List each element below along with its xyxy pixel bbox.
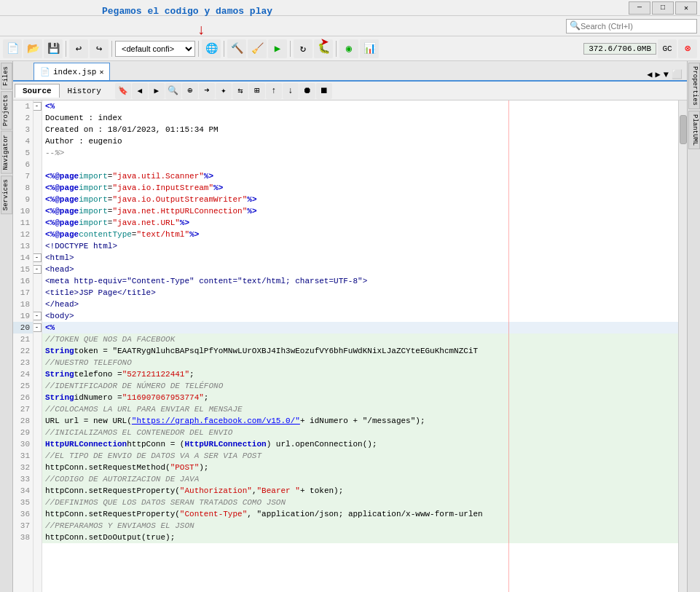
fold-cell-20[interactable]: -: [34, 322, 42, 334]
undo-button[interactable]: ↩: [69, 39, 88, 58]
services-panel-icon[interactable]: Services: [1, 175, 12, 214]
fold-cell-6: [34, 159, 42, 170]
fold-marker-14[interactable]: -: [34, 253, 42, 262]
run-button[interactable]: ▶: [268, 39, 287, 58]
config-dropdown[interactable]: <default confi>: [115, 41, 195, 57]
tab-prev-button[interactable]: ◀: [645, 69, 653, 80]
close-button[interactable]: ✕: [675, 1, 697, 15]
line-number-28: 28: [13, 415, 33, 427]
build-button[interactable]: 🔨: [227, 39, 246, 58]
fold-cell-15[interactable]: -: [34, 264, 42, 275]
code-line-22: String token = "EAATRygNluhcBAPsqlPfYoMN…: [42, 345, 678, 357]
fold-cell-10: [34, 205, 42, 217]
vertical-scrollbar[interactable]: [678, 100, 687, 592]
stop-macro-btn[interactable]: ⏹: [316, 83, 332, 99]
search-input[interactable]: [581, 22, 693, 31]
tab-menu-button[interactable]: ▼: [662, 70, 670, 80]
fold-marker-19[interactable]: -: [34, 312, 42, 320]
line-number-10: 10: [13, 205, 33, 217]
toggle-selection-btn[interactable]: ✦: [216, 83, 232, 99]
prev-bookmark-btn[interactable]: ◀: [132, 83, 148, 99]
record-macro-btn[interactable]: ⏺: [299, 83, 315, 99]
fold-cell-17: [34, 287, 42, 299]
fold-cell-3: [34, 124, 42, 135]
open-button[interactable]: 📂: [23, 39, 42, 58]
tab-close-button[interactable]: ✕: [99, 68, 103, 76]
separator-2: [111, 41, 112, 57]
gc-button[interactable]: GC: [658, 39, 677, 58]
files-panel-icon[interactable]: Files: [1, 63, 12, 90]
history-tab[interactable]: History: [60, 84, 109, 98]
line-number-14: 14: [13, 252, 33, 264]
scrollbar-thumb[interactable]: [680, 115, 687, 144]
fold-cell-14[interactable]: -: [34, 252, 42, 264]
line-number-37: 37: [13, 520, 33, 532]
plantuml-panel-icon[interactable]: PlantUML: [688, 111, 700, 149]
fold-cell-19[interactable]: -: [34, 310, 42, 322]
search-icon: 🔍: [570, 20, 581, 31]
fold-marker-1[interactable]: -: [34, 102, 42, 111]
debug-button[interactable]: 🐛: [314, 39, 333, 58]
fold-cell-5: [34, 147, 42, 159]
navigator-panel-icon[interactable]: Navigator: [1, 131, 12, 174]
stop-button[interactable]: ⊗: [678, 39, 697, 58]
line-number-17: 17: [13, 287, 33, 299]
new-file-button[interactable]: 📄: [3, 39, 22, 58]
code-line-34: httpConn.setRequestProperty("Authorizati…: [42, 485, 678, 497]
next-bookmark-btn[interactable]: ▶: [149, 83, 165, 99]
tab-maximize-button[interactable]: ⬜: [670, 69, 684, 80]
maximize-button[interactable]: □: [652, 1, 674, 15]
projects-panel-icon[interactable]: Projects: [1, 91, 12, 130]
profile2-button[interactable]: 📊: [360, 39, 379, 58]
fold-cell-1[interactable]: -: [34, 100, 42, 112]
search-code-btn[interactable]: 🔍: [165, 83, 181, 99]
fold-marker-15[interactable]: -: [34, 265, 42, 274]
switch-view-btn[interactable]: ⊞: [249, 83, 265, 99]
window-controls: ─ □ ✕: [629, 1, 697, 15]
separator-3: [198, 41, 199, 57]
fold-marker-20[interactable]: -: [34, 323, 42, 332]
side-panel-right: Properties PlantUML: [687, 61, 700, 592]
redo-button[interactable]: ↪: [90, 39, 109, 58]
fold-cell-24: [34, 368, 42, 380]
fold-cell-21: [34, 334, 42, 345]
code-line-19: <body>: [42, 310, 678, 322]
profile-button[interactable]: ◉: [339, 39, 358, 58]
goto-btn[interactable]: ➜: [199, 83, 215, 99]
code-line-15: <head>: [42, 264, 678, 275]
line-number-36: 36: [13, 508, 33, 520]
toggle-bookmarks-btn[interactable]: 🔖: [115, 83, 131, 99]
fold-cell-12: [34, 229, 42, 240]
fold-cell-2: [34, 112, 42, 124]
code-editor[interactable]: <% Document : index Created on : 18/01/2…: [42, 100, 678, 592]
main-file-tab[interactable]: 📄 index.jsp ✕: [34, 63, 110, 80]
tab-next-button[interactable]: ▶: [654, 69, 662, 80]
code-line-23: //NUESTRO TELEFONO: [42, 357, 678, 368]
diff-btn[interactable]: ⇆: [232, 83, 248, 99]
code-line-10: <%@page import="java.net.HttpURLConnecti…: [42, 205, 678, 217]
fold-cell-38: [34, 532, 42, 543]
clean-button[interactable]: 🧹: [248, 39, 267, 58]
reload-button[interactable]: ↻: [294, 39, 312, 58]
properties-panel-icon[interactable]: Properties: [688, 63, 700, 109]
code-line-1: <%: [42, 100, 678, 112]
toolbar: 📄 📂 💾 ↩ ↪ <default confi> 🌐 🔨 🧹 ▶ ↻ 🐛 ◉ …: [0, 36, 700, 61]
prev-issue-btn[interactable]: ↑: [266, 83, 282, 99]
code-line-38: httpConn.setDoOutput(true);: [42, 532, 678, 543]
minimize-button[interactable]: ─: [629, 1, 650, 15]
globe-button[interactable]: 🌐: [202, 39, 221, 58]
line-number-21: 21: [13, 334, 33, 345]
line-number-1: 1: [13, 100, 33, 112]
next-issue-btn[interactable]: ↓: [283, 83, 299, 99]
line-number-25: 25: [13, 380, 33, 392]
search-bar: 🔍: [0, 16, 700, 36]
line-number-4: 4: [13, 135, 33, 147]
save-button[interactable]: 💾: [44, 39, 63, 58]
line-number-12: 12: [13, 229, 33, 240]
toggle-breakpoint-btn[interactable]: ⊕: [182, 83, 198, 99]
separator-6: [336, 41, 337, 57]
code-line-11: <%@page import="java.net.URL"%>: [42, 217, 678, 229]
fold-cell-18: [34, 299, 42, 310]
code-line-18: </head>: [42, 299, 678, 310]
source-tab[interactable]: Source: [15, 84, 60, 98]
